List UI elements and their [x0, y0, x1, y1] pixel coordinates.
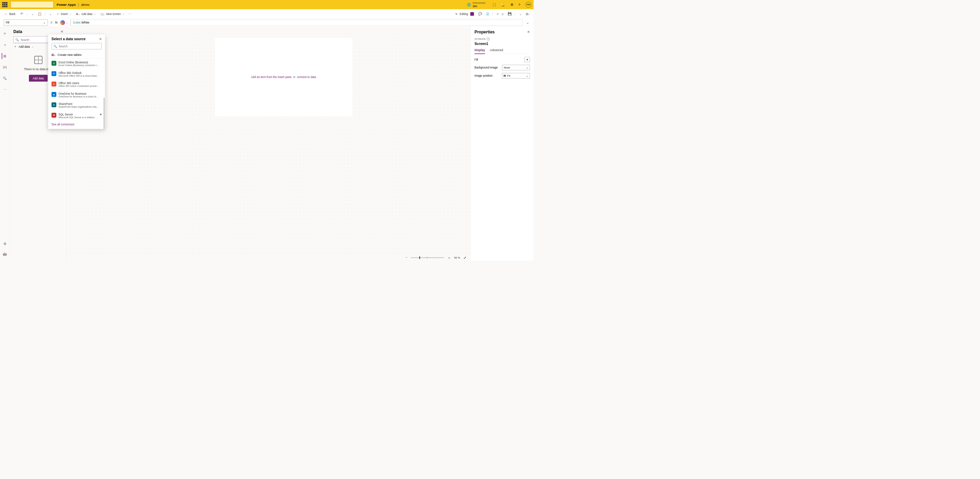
insert-rail-icon[interactable]: ＋ — [2, 42, 8, 48]
properties-pane: Properties ✕ SCREEN ? Screen1 Display Ad… — [471, 27, 533, 260]
image-position-select[interactable]: 🖼Fit ⌄ — [502, 73, 530, 78]
close-pane-icon[interactable]: ✕ — [60, 30, 63, 34]
canvas-screen[interactable]: Add an item from the Insert pane or conn… — [215, 38, 352, 116]
fx-label: fx — [55, 21, 57, 24]
product-name: Power Apps — [57, 3, 76, 6]
copilot-dropdown[interactable]: ⌄ — [66, 21, 68, 24]
sparkle-icon: ✦ — [526, 58, 528, 61]
close-flyout-icon[interactable]: ✕ — [99, 37, 102, 41]
globe-icon: 🌐 — [467, 3, 471, 7]
document-name[interactable]: demo — [81, 3, 90, 6]
preview-icon[interactable]: ▷ — [502, 12, 504, 16]
pencil-icon: ✎ — [455, 12, 458, 16]
image-position-label: Image position — [474, 74, 492, 77]
chevron-down-icon: ⌄ — [43, 21, 46, 24]
connector-icon: ☁ — [51, 92, 56, 97]
connector-item[interactable]: ☁OneDrive for BusinessOneDrive for Busin… — [48, 90, 105, 100]
zoom-slider[interactable] — [411, 257, 444, 258]
connect-to-data-link[interactable]: connect to data — [297, 75, 316, 78]
title-separator: | — [78, 3, 79, 6]
connector-item[interactable]: SSharePointSharePoint helps organization… — [48, 100, 105, 110]
virtual-agent-icon[interactable]: 🤖 — [2, 251, 8, 257]
data-rail-icon[interactable]: ⊞ — [2, 53, 8, 59]
mode-badge — [470, 12, 474, 16]
paste-button[interactable]: 📋 — [38, 12, 41, 16]
close-properties-icon[interactable]: ✕ — [527, 30, 530, 34]
canvas-wrap: Add an item from the Insert pane or conn… — [67, 27, 471, 260]
app-checker-icon[interactable]: 🩺 — [485, 12, 489, 16]
tab-advanced[interactable]: Advanced — [490, 49, 503, 54]
new-screen-button[interactable]: ▢₊ New screen ⌄ — [100, 11, 125, 16]
connector-item[interactable]: OOffice 365 OutlookMicrosoft Office 365 … — [48, 69, 105, 79]
zoom-out-button[interactable]: − — [406, 255, 408, 259]
undo-dropdown[interactable]: ⌄ — [30, 11, 34, 16]
connector-icon: O — [51, 71, 56, 76]
help-icon[interactable]: ? — [519, 3, 520, 6]
insert-button[interactable]: ＋ Insert ⌄ — [56, 11, 72, 16]
add-data-button[interactable]: ⊞₊ Add data ⌄ — [75, 11, 97, 16]
undo-button[interactable]: ↶ — [19, 11, 24, 16]
zoom-value: 50 — [454, 256, 457, 259]
bg-image-label: Background image — [474, 66, 498, 69]
share-icon[interactable]: ↗ — [496, 12, 499, 16]
connector-desc: Excel Online (Business) connector lets y… — [59, 64, 99, 67]
new-screen-label: New screen — [106, 12, 121, 15]
bg-image-select[interactable]: None ⌄ — [502, 65, 530, 70]
editing-mode[interactable]: ✎ Editing — [455, 11, 475, 16]
help-badge-icon[interactable]: ? — [487, 37, 490, 40]
settings-rail-icon[interactable]: ⚙ — [2, 241, 8, 247]
add-data-text: Add data — [19, 45, 30, 48]
chevron-down-icon: ⌄ — [69, 13, 71, 15]
save-dropdown[interactable]: ⌄ — [519, 11, 522, 16]
data-source-flyout: Select a data source ✕ 🔍 ⊞₊ Create new t… — [48, 34, 105, 129]
property-name: Fill — [6, 21, 9, 24]
flyout-search-box[interactable]: 🔍 — [51, 43, 102, 49]
connector-item[interactable]: XExcel Online (Business)Excel Online (Bu… — [48, 59, 105, 69]
add-data-label: Add data — [81, 12, 92, 15]
publish-icon[interactable]: ⊞₊ — [526, 12, 530, 16]
overflow-menu[interactable]: ⋯ — [128, 12, 131, 16]
save-icon[interactable]: 💾 — [508, 12, 511, 16]
comments-icon[interactable]: 💬 — [478, 12, 482, 16]
flyout-search-input[interactable] — [59, 45, 100, 48]
connector-item[interactable]: OOffice 365 UsersOffice 365 Users Connec… — [48, 79, 105, 89]
flyout-scrollbar[interactable] — [103, 97, 105, 129]
add-data-button[interactable]: Add data — [29, 75, 47, 81]
copilot-icon[interactable] — [60, 20, 65, 25]
fit-to-screen-icon[interactable]: ⤢ — [463, 255, 466, 260]
search-rail-icon[interactable]: 🔍 — [2, 75, 8, 81]
connector-desc: OneDrive for Business is a cloud storage… — [59, 95, 99, 98]
bg-image-value: None — [504, 66, 510, 69]
property-selector[interactable]: Fill ⌄ — [4, 19, 48, 26]
command-toolbar: ← Back ↶ ⌄ 📋 ⌄ ＋ Insert ⌄ ⊞₊ Add data ⌄ … — [0, 9, 533, 18]
connector-item[interactable]: ⛁SQL ServerMicrosoft SQL Server is a rel… — [48, 111, 105, 121]
back-button[interactable]: ← Back — [4, 11, 16, 17]
tree-view-icon[interactable]: ≡ — [2, 31, 8, 37]
flyout-title: Select a data source — [51, 37, 86, 41]
canvas-insert-msg: Add an item from the Insert pane — [251, 75, 292, 78]
notifications-icon[interactable]: 🔔 — [501, 3, 505, 7]
paste-dropdown[interactable]: ⌄ — [49, 11, 52, 16]
environment-picker[interactable]: 🌐 Environment dev — [467, 2, 485, 8]
tab-display[interactable]: Display — [474, 49, 485, 54]
search-icon: 🔍 — [15, 38, 19, 41]
table-icon — [34, 56, 42, 64]
user-avatar[interactable]: PM — [525, 2, 531, 8]
more-rail-icon[interactable]: ⋯ — [2, 86, 8, 92]
see-all-connectors[interactable]: See all connectors — [48, 121, 105, 129]
expand-formula-icon[interactable]: ⌄ — [525, 21, 530, 25]
element-name[interactable]: Screen1 — [474, 42, 530, 46]
variables-icon[interactable]: {x} — [2, 64, 8, 70]
chevron-down-icon: ⌄ — [94, 13, 95, 15]
create-tables-button[interactable]: ⊞₊ Create new tables — [48, 51, 105, 59]
search-icon: 🔍 — [53, 44, 57, 48]
fill-color-picker[interactable]: ✦ — [524, 57, 530, 62]
formula-bar: Fill ⌄ = fx ⌄ Color.White ⌄ — [0, 18, 533, 27]
settings-icon[interactable]: ⚙ — [511, 3, 514, 7]
zoom-in-button[interactable]: ＋ — [447, 255, 451, 260]
canvas-grid[interactable]: Add an item from the Insert pane or conn… — [67, 27, 471, 254]
insert-label: Insert — [61, 12, 68, 15]
waffle-menu-icon[interactable] — [2, 2, 8, 7]
formula-input[interactable]: Color.White — [70, 19, 523, 26]
diagnostics-icon[interactable]: ⬚ — [493, 3, 496, 7]
